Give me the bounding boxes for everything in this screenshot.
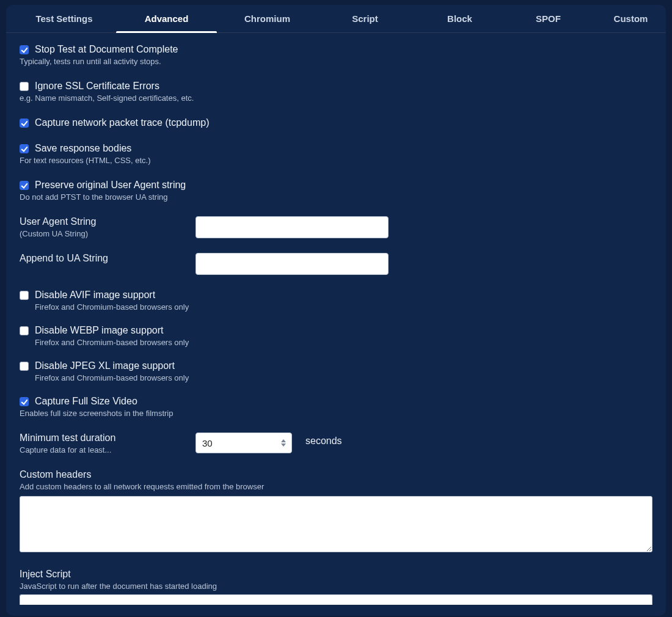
- disable-jxl-sub: Firefox and Chromium-based browsers only: [35, 373, 652, 382]
- tab-script[interactable]: Script: [318, 5, 412, 32]
- disable-avif-checkbox[interactable]: [20, 291, 29, 300]
- preserve-ua-checkbox[interactable]: [20, 181, 29, 190]
- min-duration-label: Minimum test duration: [20, 433, 186, 444]
- tab-spof[interactable]: SPOF: [507, 5, 590, 32]
- stop-doc-complete-label: Stop Test at Document Complete: [35, 44, 178, 55]
- chevron-down-icon[interactable]: [281, 444, 286, 447]
- full-video-label: Capture Full Size Video: [35, 396, 137, 407]
- custom-headers-textarea[interactable]: [20, 496, 652, 552]
- ua-string-input[interactable]: [195, 216, 389, 238]
- append-ua-input[interactable]: [195, 253, 389, 275]
- ignore-ssl-sub: e.g. Name mismatch, Self-signed certific…: [20, 93, 652, 103]
- tcpdump-checkbox[interactable]: [20, 119, 29, 128]
- disable-avif-sub: Firefox and Chromium-based browsers only: [35, 302, 652, 312]
- stop-doc-complete-sub: Typically, tests run until all activity …: [20, 57, 652, 66]
- disable-webp-sub: Firefox and Chromium-based browsers only: [35, 338, 652, 347]
- min-duration-unit: seconds: [305, 436, 342, 447]
- custom-headers-label: Custom headers: [20, 469, 652, 480]
- disable-avif-label: Disable AVIF image support: [35, 290, 155, 301]
- inject-script-textarea[interactable]: [20, 594, 652, 605]
- tcpdump-label: Capture network packet trace (tcpdump): [35, 117, 209, 128]
- tab-chromium[interactable]: Chromium: [217, 5, 318, 32]
- save-bodies-sub: For text resources (HTML, CSS, etc.): [20, 156, 652, 165]
- disable-jxl-label: Disable JPEG XL image support: [35, 360, 175, 371]
- preserve-ua-sub: Do not add PTST to the browser UA string: [20, 192, 652, 202]
- inject-script-sub: JavaScript to run after the document has…: [20, 582, 652, 591]
- tab-test-settings[interactable]: Test Settings: [12, 5, 116, 32]
- advanced-settings-panel: Test Settings Advanced Chromium Script B…: [6, 5, 666, 616]
- append-ua-label: Append to UA String: [20, 253, 186, 264]
- min-duration-sub: Capture data for at least...: [20, 445, 186, 455]
- ignore-ssl-label: Ignore SSL Certificate Errors: [35, 81, 159, 92]
- min-duration-input[interactable]: [195, 433, 292, 453]
- stop-doc-complete-checkbox[interactable]: [20, 45, 29, 54]
- custom-headers-sub: Add custom headers to all network reques…: [20, 482, 652, 491]
- tab-custom[interactable]: Custom: [590, 5, 672, 32]
- full-video-checkbox[interactable]: [20, 397, 29, 406]
- disable-webp-label: Disable WEBP image support: [35, 325, 163, 336]
- save-bodies-label: Save response bodies: [35, 143, 131, 154]
- disable-webp-checkbox[interactable]: [20, 326, 29, 335]
- tab-advanced[interactable]: Advanced: [116, 5, 217, 32]
- inject-script-label: Inject Script: [20, 569, 652, 580]
- min-duration-spinner[interactable]: [281, 435, 290, 451]
- ignore-ssl-checkbox[interactable]: [20, 82, 29, 91]
- chevron-up-icon[interactable]: [281, 439, 286, 442]
- ua-string-sub: (Custom UA String): [20, 229, 186, 238]
- tab-block[interactable]: Block: [412, 5, 507, 32]
- disable-jxl-checkbox[interactable]: [20, 362, 29, 371]
- tabs-bar: Test Settings Advanced Chromium Script B…: [6, 5, 666, 33]
- preserve-ua-label: Preserve original User Agent string: [35, 180, 186, 191]
- advanced-content: Stop Test at Document Complete Typically…: [6, 33, 666, 607]
- save-bodies-checkbox[interactable]: [20, 144, 29, 153]
- full-video-sub: Enables full size screenshots in the fil…: [20, 409, 652, 418]
- ua-string-label: User Agent String: [20, 216, 186, 227]
